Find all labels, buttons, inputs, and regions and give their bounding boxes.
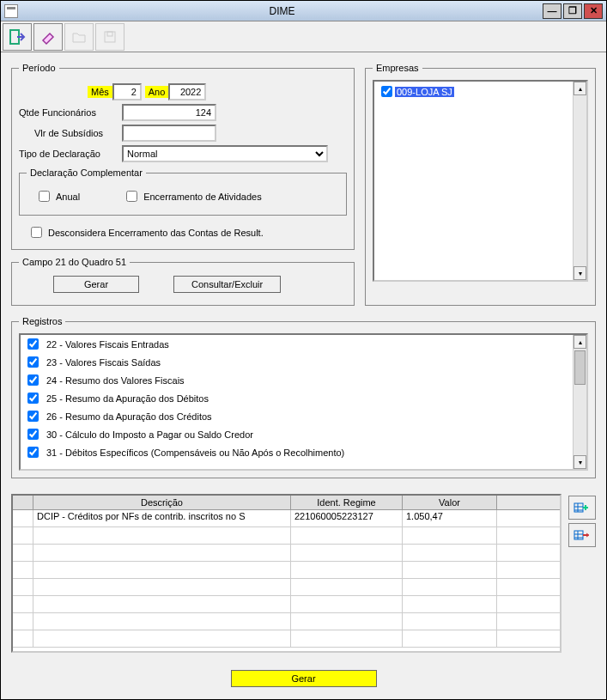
registro-checkbox[interactable] bbox=[27, 447, 39, 458]
exit-icon bbox=[9, 28, 26, 46]
table-cell bbox=[13, 527, 33, 544]
registro-item[interactable]: 24 - Resumo dos Valores Fiscais bbox=[21, 371, 586, 389]
registro-item[interactable]: 22 - Valores Fiscais Entradas bbox=[21, 335, 586, 353]
registro-item[interactable]: 31 - Débitos Específicos (Compensáveis o… bbox=[21, 443, 586, 461]
scroll-up-icon[interactable]: ▴ bbox=[574, 82, 586, 95]
ano-label: Ano bbox=[145, 86, 169, 98]
table-row[interactable] bbox=[13, 579, 560, 596]
registro-label: 23 - Valores Fiscais Saídas bbox=[46, 357, 161, 368]
table-cell bbox=[33, 545, 291, 561]
registro-item[interactable]: 26 - Resumo da Apuração dos Créditos bbox=[21, 407, 586, 425]
desconsidera-label: Desconsidera Encerramento das Contas de … bbox=[48, 228, 264, 238]
grid-header-valor: Valor bbox=[403, 496, 497, 509]
eraser-button[interactable] bbox=[33, 23, 63, 51]
tipo-label: Tipo de Declaração bbox=[19, 149, 122, 159]
table-row[interactable] bbox=[13, 630, 560, 648]
empresas-legend: Empresas bbox=[373, 63, 422, 73]
empresas-list[interactable]: 009-LOJA SJ ▴ ▾ bbox=[373, 80, 588, 282]
scroll-thumb[interactable] bbox=[574, 350, 586, 385]
subsidios-input[interactable] bbox=[122, 125, 216, 142]
desconsidera-checkbox[interactable] bbox=[31, 227, 42, 238]
table-cell bbox=[291, 545, 403, 561]
registro-label: 22 - Valores Fiscais Entradas bbox=[46, 339, 169, 350]
mes-label: Mês bbox=[88, 86, 112, 98]
window-main: DIME — ❐ ✕ Período Mês bbox=[0, 0, 607, 700]
grid-table[interactable]: Descrição Ident. Regime Valor DCIP - Cré… bbox=[11, 494, 561, 653]
registro-checkbox[interactable] bbox=[27, 356, 39, 368]
empresa-checkbox[interactable] bbox=[381, 86, 392, 97]
table-row[interactable] bbox=[13, 545, 560, 562]
anual-checkbox[interactable] bbox=[39, 191, 50, 202]
table-cell: 1.050,47 bbox=[403, 510, 497, 527]
registro-checkbox[interactable] bbox=[27, 374, 39, 386]
registro-checkbox[interactable] bbox=[27, 338, 39, 350]
table-cell: 221060005223127 bbox=[291, 510, 403, 527]
ano-input[interactable] bbox=[168, 83, 206, 100]
table-row[interactable] bbox=[13, 527, 560, 545]
table-cell bbox=[13, 510, 33, 527]
eraser-icon bbox=[39, 28, 57, 46]
registro-checkbox[interactable] bbox=[27, 429, 39, 440]
registro-checkbox[interactable] bbox=[27, 393, 39, 404]
registros-list[interactable]: 22 - Valores Fiscais Entradas23 - Valore… bbox=[19, 333, 588, 471]
save-button bbox=[95, 23, 124, 51]
table-cell bbox=[13, 630, 33, 647]
tipo-select[interactable]: Normal bbox=[122, 145, 328, 162]
table-row[interactable] bbox=[13, 613, 560, 630]
gerar-campo21-button[interactable]: Gerar bbox=[53, 276, 139, 293]
registro-label: 26 - Resumo da Apuração dos Créditos bbox=[46, 411, 212, 422]
table-cell bbox=[291, 579, 403, 595]
scroll-up-icon[interactable]: ▴ bbox=[574, 335, 586, 349]
table-row[interactable] bbox=[13, 562, 560, 579]
folder-button bbox=[64, 23, 94, 51]
campo21-group: Campo 21 do Quadro 51 Gerar Consultar/Ex… bbox=[11, 257, 355, 306]
gerar-button[interactable]: Gerar bbox=[231, 670, 377, 687]
registro-label: 24 - Resumo dos Valores Fiscais bbox=[46, 375, 185, 386]
scroll-down-icon[interactable]: ▾ bbox=[574, 266, 586, 280]
registro-label: 30 - Cálculo do Imposto a Pagar ou Saldo… bbox=[46, 429, 253, 440]
mes-input[interactable] bbox=[112, 83, 142, 100]
table-cell bbox=[403, 596, 497, 612]
periodo-group: Período Mês Ano Qtde Funcionários Vlr de… bbox=[11, 63, 355, 250]
table-cell bbox=[403, 527, 497, 544]
registro-item[interactable]: 23 - Valores Fiscais Saídas bbox=[21, 353, 586, 371]
qtde-input[interactable] bbox=[122, 104, 216, 121]
grid-header-descricao: Descrição bbox=[33, 496, 291, 509]
registro-item[interactable]: 30 - Cálculo do Imposto a Pagar ou Saldo… bbox=[21, 425, 586, 443]
maximize-button[interactable]: ❐ bbox=[563, 3, 582, 19]
remove-row-button[interactable] bbox=[568, 523, 596, 547]
encerramento-label: Encerramento de Atividades bbox=[143, 192, 262, 202]
registro-checkbox[interactable] bbox=[27, 411, 39, 422]
subsidios-label: Vlr de Subsídios bbox=[19, 128, 122, 138]
table-cell bbox=[403, 562, 497, 578]
empresas-group: Empresas 009-LOJA SJ ▴ ▾ bbox=[365, 63, 596, 306]
minimize-button[interactable]: — bbox=[543, 3, 561, 19]
table-row[interactable]: DCIP - Créditos por NFs de contrib. insc… bbox=[13, 510, 560, 527]
folder-icon bbox=[70, 28, 88, 46]
table-cell bbox=[13, 562, 33, 578]
save-icon bbox=[101, 28, 118, 46]
encerramento-checkbox[interactable] bbox=[126, 191, 137, 202]
scroll-down-icon[interactable]: ▾ bbox=[574, 455, 586, 469]
registros-legend: Registros bbox=[19, 316, 65, 326]
table-cell: DCIP - Créditos por NFs de contrib. insc… bbox=[33, 510, 291, 527]
grid-header: Descrição Ident. Regime Valor bbox=[13, 496, 560, 510]
exit-button[interactable] bbox=[3, 23, 32, 51]
close-button[interactable]: ✕ bbox=[584, 3, 603, 19]
empresas-scrollbar[interactable]: ▴ ▾ bbox=[573, 82, 586, 280]
empresa-item[interactable]: 009-LOJA SJ bbox=[374, 82, 586, 101]
table-cell bbox=[33, 596, 291, 612]
registro-item[interactable]: 25 - Resumo da Apuração dos Débitos bbox=[21, 389, 586, 407]
table-cell bbox=[403, 630, 497, 647]
complementar-group: Declaração Complementar Anual Encerramen… bbox=[19, 167, 347, 216]
table-cell bbox=[403, 579, 497, 595]
periodo-legend: Período bbox=[19, 63, 59, 73]
consultar-excluir-button[interactable]: Consultar/Excluir bbox=[173, 276, 281, 293]
table-cell bbox=[13, 545, 33, 561]
registros-scrollbar[interactable]: ▴ ▾ bbox=[573, 335, 586, 469]
table-row[interactable] bbox=[13, 596, 560, 613]
app-icon bbox=[4, 4, 18, 18]
add-row-button[interactable] bbox=[568, 496, 596, 520]
table-cell bbox=[403, 613, 497, 630]
registro-label: 31 - Débitos Específicos (Compensáveis o… bbox=[46, 447, 344, 458]
